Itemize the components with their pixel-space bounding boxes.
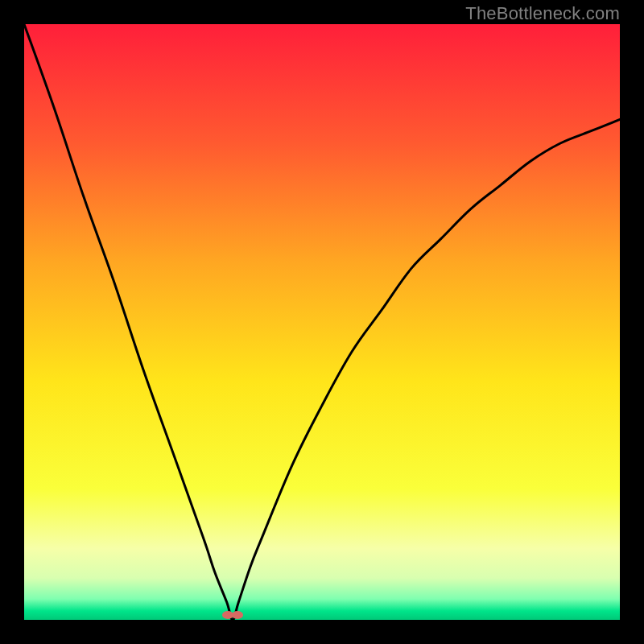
plot-area	[24, 24, 620, 620]
bottleneck-curve-svg	[24, 24, 620, 620]
attribution-text: TheBottleneck.com	[465, 3, 620, 24]
chart-frame: TheBottleneck.com	[0, 0, 644, 644]
bottleneck-curve	[24, 24, 620, 620]
svg-point-1	[222, 611, 233, 619]
minimum-marker	[222, 611, 243, 619]
svg-point-2	[232, 611, 243, 619]
